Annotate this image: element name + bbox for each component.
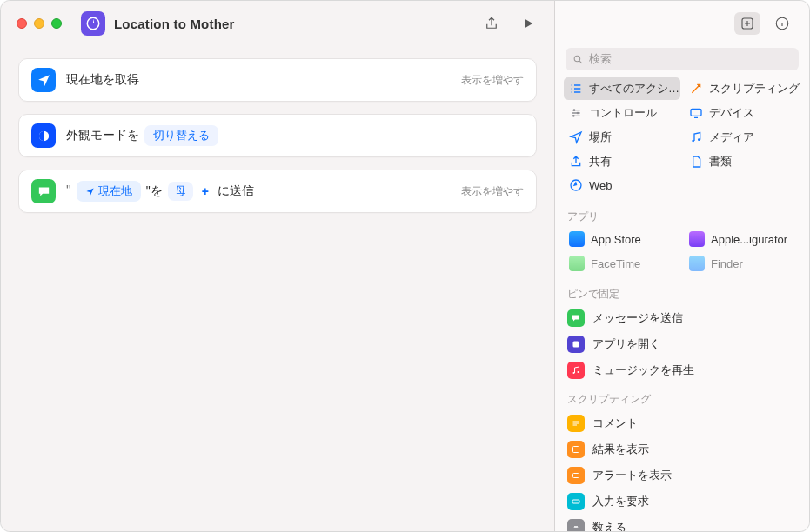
- appstore-icon: [569, 231, 585, 247]
- result-icon: [567, 441, 585, 458]
- alert-icon: [567, 467, 585, 484]
- open-app-icon: [567, 336, 585, 353]
- action-label: 外観モードを: [66, 128, 139, 143]
- editor-toolbar: Location to Mother: [1, 1, 554, 46]
- row-label: アラートを表示: [592, 468, 672, 483]
- action-send-message[interactable]: " 現在地 "を 母 + に送信 表示を増やす: [18, 170, 537, 213]
- share-icon: [569, 155, 583, 169]
- category-media[interactable]: メディア: [684, 126, 800, 149]
- scripting-header: スクリプティング: [555, 383, 809, 410]
- close-window-button[interactable]: [17, 18, 27, 29]
- row-label: 入力を要求: [592, 494, 649, 509]
- search-icon: [572, 54, 584, 65]
- svg-point-13: [573, 372, 575, 374]
- variable-label: 現在地: [98, 183, 132, 199]
- svg-point-9: [692, 140, 694, 143]
- location-icon: [31, 68, 56, 92]
- messages-icon: [567, 309, 585, 327]
- row-label: メッセージを送信: [592, 310, 683, 326]
- scripting-comment[interactable]: コメント: [555, 410, 809, 436]
- svg-rect-17: [572, 500, 579, 503]
- category-devices[interactable]: デバイス: [684, 102, 800, 124]
- category-label: 書類: [709, 154, 732, 170]
- library-view-button[interactable]: [734, 12, 760, 35]
- category-label: コントロール: [589, 105, 657, 121]
- pinned-open-app[interactable]: アプリを開く: [555, 331, 809, 357]
- app-finder[interactable]: Finder: [684, 252, 800, 275]
- message-suffix-text: に送信: [218, 183, 254, 199]
- app-facetime[interactable]: FaceTime: [564, 252, 680, 275]
- row-label: コメント: [592, 416, 638, 431]
- row-label: 数える: [592, 520, 626, 531]
- action-get-current-location[interactable]: 現在地を取得 表示を増やす: [18, 58, 537, 102]
- app-label: Finder: [711, 257, 743, 270]
- svg-point-5: [573, 109, 576, 111]
- category-controls[interactable]: コントロール: [564, 102, 680, 124]
- show-more-link[interactable]: 表示を増やす: [461, 184, 524, 199]
- category-label: スクリプティング: [709, 81, 800, 96]
- row-label: 結果を表示: [592, 442, 649, 457]
- app-appstore[interactable]: App Store: [564, 228, 680, 250]
- app-configurator[interactable]: Apple...igurator: [684, 228, 800, 250]
- zoom-window-button[interactable]: [51, 18, 62, 29]
- app-label: App Store: [591, 233, 641, 246]
- category-label: Web: [589, 179, 613, 192]
- pinned-play-music[interactable]: ミュージックを再生: [555, 357, 809, 383]
- shortcut-title: Location to Mother: [114, 17, 235, 31]
- music-icon: [567, 362, 585, 379]
- library-search[interactable]: 検索: [566, 48, 799, 70]
- appearance-icon: [31, 123, 56, 148]
- app-label: FaceTime: [591, 257, 640, 270]
- category-label: デバイス: [709, 105, 754, 121]
- category-label: すべてのアクシ…: [589, 81, 679, 96]
- count-icon: [567, 519, 585, 531]
- category-documents[interactable]: 書類: [684, 150, 800, 173]
- scripting-count[interactable]: 数える: [555, 515, 809, 531]
- input-icon: [567, 493, 585, 510]
- scripting-show-result[interactable]: 結果を表示: [555, 436, 809, 462]
- minimize-window-button[interactable]: [34, 18, 44, 29]
- show-more-link[interactable]: 表示を増やす: [461, 73, 524, 88]
- svg-point-7: [572, 115, 575, 117]
- action-label: 現在地を取得: [66, 72, 139, 88]
- action-parameter-toggle[interactable]: 切り替える: [144, 125, 218, 146]
- svg-point-4: [574, 56, 580, 61]
- music-note-icon: [689, 130, 703, 144]
- category-label: 共有: [589, 154, 612, 170]
- pinned-header: ピンで固定: [555, 278, 809, 305]
- document-icon: [689, 155, 703, 169]
- wand-icon: [689, 82, 703, 96]
- info-button[interactable]: [769, 12, 795, 35]
- category-sharing[interactable]: 共有: [564, 150, 680, 173]
- row-label: アプリを開く: [592, 336, 660, 352]
- variable-current-location[interactable]: 現在地: [77, 181, 141, 202]
- recipient-mother[interactable]: 母: [168, 182, 193, 201]
- svg-point-14: [578, 371, 579, 373]
- svg-rect-8: [691, 109, 701, 116]
- svg-point-6: [577, 112, 579, 115]
- list-icon: [569, 82, 583, 96]
- finder-icon: [689, 256, 705, 271]
- share-button[interactable]: [478, 11, 505, 36]
- run-button[interactable]: [514, 11, 542, 36]
- library-scroll[interactable]: アプリ App Store Apple...igurator FaceTime …: [555, 201, 809, 531]
- library-pane: 検索 すべてのアクシ… スクリプティング コントロール デバイス 場所: [555, 1, 809, 531]
- svg-point-10: [698, 138, 700, 141]
- comment-icon: [567, 415, 585, 432]
- window-controls: [17, 18, 62, 29]
- apps-grid: App Store Apple...igurator FaceTime Find…: [555, 228, 809, 278]
- pinned-send-message[interactable]: メッセージを送信: [555, 305, 809, 331]
- category-location[interactable]: 場所: [564, 126, 680, 149]
- display-icon: [689, 106, 703, 120]
- svg-rect-12: [573, 342, 579, 348]
- action-toggle-appearance[interactable]: 外観モードを 切り替える: [18, 114, 537, 157]
- category-scripting[interactable]: スクリプティング: [684, 77, 800, 100]
- add-recipient-button[interactable]: +: [198, 184, 212, 198]
- messages-icon: [31, 179, 56, 203]
- row-label: ミュージックを再生: [592, 362, 694, 378]
- scripting-show-alert[interactable]: アラートを表示: [555, 462, 809, 489]
- category-all-actions[interactable]: すべてのアクシ…: [564, 77, 680, 100]
- svg-rect-16: [573, 474, 579, 478]
- category-web[interactable]: Web: [564, 175, 680, 196]
- scripting-ask-input[interactable]: 入力を要求: [555, 489, 809, 515]
